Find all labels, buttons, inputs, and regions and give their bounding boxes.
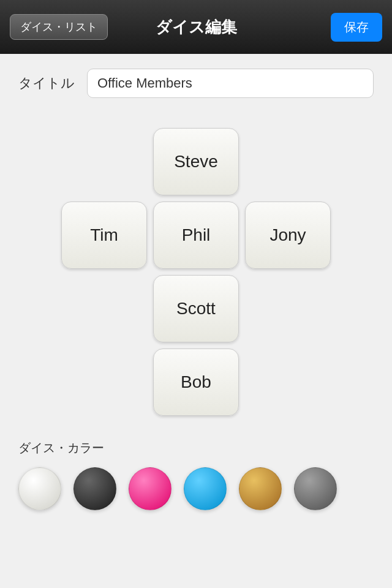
dice-cell-steve[interactable]: Steve [153,128,239,195]
dice-area: Steve Tim Phil Jony Scott Bob [0,113,392,425]
title-input[interactable] [87,69,374,98]
dice-row-3: Bob [61,349,331,416]
nav-title: ダイス編集 [156,17,237,38]
dice-cell-bob[interactable]: Bob [153,349,239,416]
color-swatches [18,467,374,510]
dice-row-0: Steve [61,128,331,195]
dice-cell-empty-5 [245,349,331,416]
swatch-black[interactable] [74,467,116,510]
title-label: タイトル [18,74,75,92]
dice-cell-phil[interactable]: Phil [153,202,239,269]
swatch-gray[interactable] [294,467,337,510]
dice-row-1: Tim Phil Jony [61,202,331,269]
dice-cell-scott[interactable]: Scott [153,275,239,342]
title-section: タイトル [0,54,392,113]
swatch-white[interactable] [18,467,61,510]
swatch-gold[interactable] [239,467,282,510]
dice-cell-empty-4 [61,349,147,416]
dice-cell-jony[interactable]: Jony [245,202,331,269]
dice-cell-empty-0 [61,128,147,195]
dice-row-2: Scott [61,275,331,342]
dice-cell-empty-2 [61,275,147,342]
swatch-blue[interactable] [184,467,227,510]
swatch-pink[interactable] [129,467,172,510]
color-section: ダイス・カラー [0,425,392,520]
save-button[interactable]: 保存 [331,13,382,42]
color-label: ダイス・カラー [18,440,374,456]
dice-cell-empty-3 [245,275,331,342]
back-button[interactable]: ダイス・リスト [10,14,108,40]
nav-bar: ダイス・リスト ダイス編集 保存 [0,0,392,54]
dice-cell-tim[interactable]: Tim [61,202,147,269]
dice-cell-empty-1 [245,128,331,195]
